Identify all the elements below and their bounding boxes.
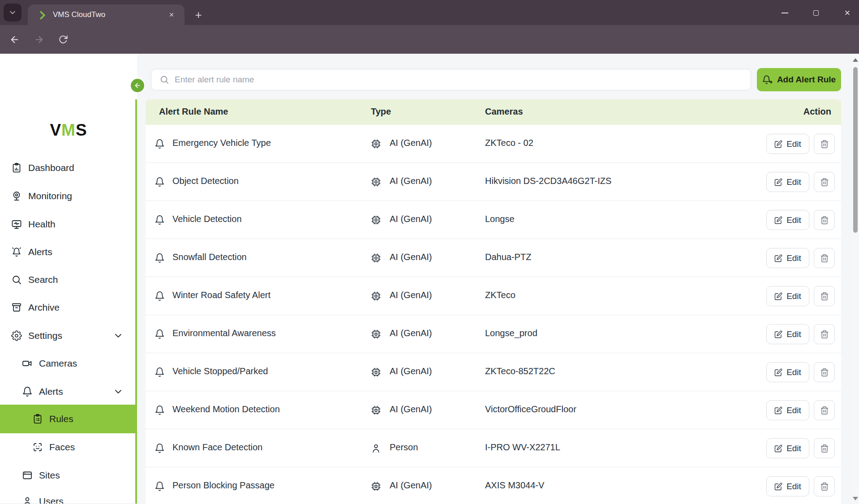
- trash-icon: [820, 178, 829, 187]
- edit-button[interactable]: Edit: [766, 248, 809, 268]
- edit-button[interactable]: Edit: [766, 210, 809, 230]
- add-alert-rule-button[interactable]: Add Alert Rule: [757, 68, 841, 91]
- edit-button[interactable]: Edit: [766, 362, 809, 382]
- edit-button[interactable]: Edit: [766, 324, 809, 344]
- rule-name: Vehicle Detection: [172, 214, 242, 224]
- rule-camera: Hikvision DS-2CD3A46G2T-IZS: [485, 176, 611, 186]
- tab-close-icon[interactable]: ×: [167, 10, 176, 20]
- window-icon: [22, 470, 33, 481]
- reload-button[interactable]: [58, 34, 68, 44]
- edit-icon: [774, 140, 782, 148]
- sidebar-item-alerts-settings[interactable]: Alerts: [0, 378, 135, 406]
- video-camera-icon: [22, 358, 33, 369]
- sidebar-item-monitoring[interactable]: Monitoring: [0, 182, 135, 210]
- back-button[interactable]: [9, 34, 20, 45]
- delete-button[interactable]: [814, 324, 835, 344]
- sidebar-accent-border: [135, 99, 137, 504]
- delete-button[interactable]: [814, 438, 835, 458]
- trash-icon: [820, 330, 829, 339]
- ai-chip-icon: [371, 481, 381, 491]
- window-close-button[interactable]: ×: [841, 7, 854, 19]
- window-minimize-button[interactable]: [778, 7, 791, 19]
- sidebar: VMS Dashboard Monitoring Health Alerts S…: [0, 54, 137, 504]
- forward-button[interactable]: [34, 34, 44, 45]
- sidebar-item-cameras[interactable]: Cameras: [0, 350, 135, 377]
- rule-name: Person Blocking Passage: [172, 480, 275, 491]
- delete-button[interactable]: [814, 210, 835, 230]
- trash-icon: [820, 482, 829, 491]
- sidebar-item-health[interactable]: Health: [0, 210, 135, 238]
- tab-search-button[interactable]: [4, 4, 21, 21]
- sidebar-item-users[interactable]: Users: [0, 487, 135, 504]
- delete-button[interactable]: [814, 476, 835, 496]
- sidebar-item-settings[interactable]: Settings: [0, 322, 135, 350]
- delete-button[interactable]: [814, 362, 835, 382]
- edit-button[interactable]: Edit: [766, 134, 809, 154]
- sidebar-collapse-button[interactable]: [130, 78, 145, 93]
- delete-button[interactable]: [814, 286, 835, 306]
- col-header-name: Alert Rule Name: [159, 107, 228, 117]
- rule-name: Vehicle Stopped/Parked: [172, 366, 268, 376]
- sidebar-item-search[interactable]: Search: [0, 266, 135, 294]
- scrollbar-thumb[interactable]: [853, 67, 858, 233]
- rule-camera: I-PRO WV-X2271L: [485, 442, 560, 453]
- rule-type: AI (GenAI): [390, 290, 432, 300]
- table-row: Winter Road Safety Alert AI (GenAI) ZKTe…: [146, 277, 841, 315]
- bell-icon: [155, 329, 165, 339]
- sidebar-item-label: Monitoring: [28, 191, 72, 201]
- sidebar-item-sites[interactable]: Sites: [0, 461, 135, 489]
- sidebar-item-dashboard[interactable]: Dashboard: [0, 154, 135, 182]
- delete-button[interactable]: [814, 248, 835, 268]
- rule-camera: Longse: [485, 214, 515, 224]
- edit-button[interactable]: Edit: [766, 438, 809, 458]
- rule-name: Snowfall Detection: [172, 252, 247, 262]
- trash-icon: [820, 292, 829, 301]
- rule-name: Environmental Awareness: [172, 328, 276, 338]
- bell-icon: [155, 139, 165, 149]
- col-header-cameras: Cameras: [485, 107, 523, 117]
- sidebar-item-label: Users: [39, 496, 64, 504]
- edit-icon: [774, 216, 782, 224]
- page-scrollbar[interactable]: [852, 54, 859, 504]
- archive-icon: [11, 302, 22, 313]
- window-maximize-button[interactable]: [809, 7, 823, 19]
- sidebar-item-faces[interactable]: Faces: [0, 433, 135, 461]
- scroll-up-arrow[interactable]: [853, 58, 858, 62]
- sidebar-item-alerts[interactable]: Alerts: [0, 238, 135, 266]
- edit-button[interactable]: Edit: [766, 172, 809, 192]
- browser-tab-strip: VMS CloudTwo × + ×: [0, 0, 859, 25]
- search-input[interactable]: [175, 75, 751, 85]
- bell-icon: [155, 177, 165, 187]
- bell-icon: [22, 386, 33, 397]
- site-logo-icon: [37, 10, 47, 20]
- delete-button[interactable]: [814, 400, 835, 420]
- browser-tab[interactable]: VMS CloudTwo ×: [28, 4, 185, 25]
- rule-name: Known Face Detection: [172, 442, 262, 453]
- sidebar-item-archive[interactable]: Archive: [0, 294, 135, 321]
- sidebar-item-label: Alerts: [28, 247, 52, 257]
- edit-icon: [774, 330, 782, 338]
- edit-button[interactable]: Edit: [766, 476, 809, 496]
- sidebar-item-rules[interactable]: Rules: [0, 405, 135, 433]
- edit-icon: [774, 178, 782, 186]
- delete-button[interactable]: [814, 134, 835, 154]
- table-row: Vehicle Detection AI (GenAI) Longse Edit: [146, 201, 841, 239]
- rule-camera: ZKTeco - 02: [485, 138, 533, 148]
- col-header-action: Action: [803, 107, 831, 117]
- table-row: Weekend Motion Detection AI (GenAI) Vict…: [146, 391, 841, 429]
- add-alert-rule-label: Add Alert Rule: [777, 75, 836, 85]
- rule-camera: ZKTeco: [485, 290, 515, 300]
- scroll-down-arrow[interactable]: [853, 497, 858, 500]
- delete-button[interactable]: [814, 172, 835, 192]
- ai-chip-icon: [371, 253, 381, 263]
- ai-chip-icon: [371, 405, 381, 415]
- rule-type: AI (GenAI): [390, 176, 432, 186]
- edit-button[interactable]: Edit: [766, 286, 809, 306]
- new-tab-button[interactable]: +: [192, 8, 205, 21]
- sidebar-item-label: Settings: [28, 330, 62, 341]
- edit-icon: [774, 444, 782, 453]
- dashboard-icon: [11, 162, 22, 173]
- rule-type: AI (GenAI): [390, 214, 432, 224]
- alert-rule-search[interactable]: [151, 69, 751, 90]
- edit-button[interactable]: Edit: [766, 400, 809, 420]
